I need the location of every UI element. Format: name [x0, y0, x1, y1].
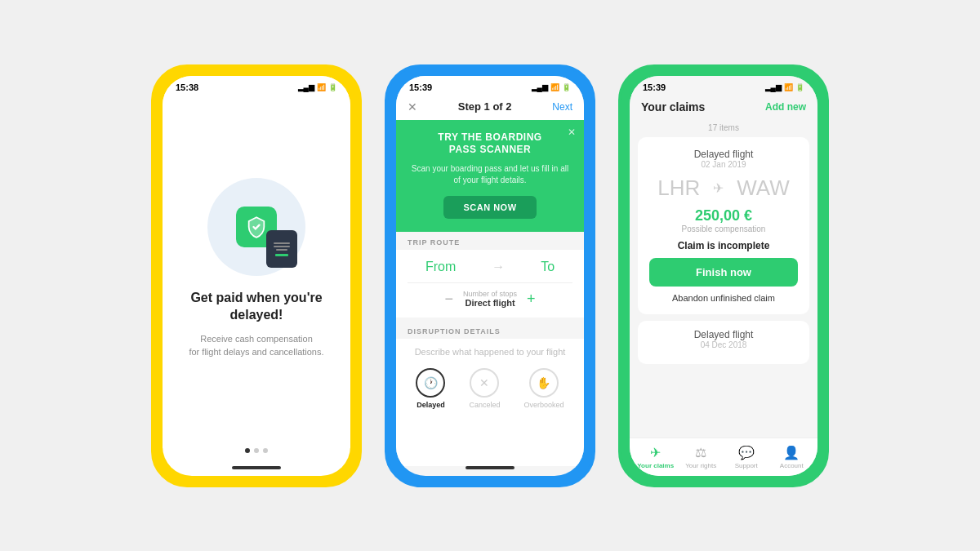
- support-label: Support: [735, 462, 758, 469]
- time-1: 15:38: [176, 82, 198, 92]
- account-label: Account: [780, 462, 804, 469]
- wifi-icon-2: 📶: [550, 83, 559, 91]
- airport-to: WAW: [737, 176, 790, 201]
- tab-overbooked[interactable]: ✋ Overbooked: [523, 368, 564, 409]
- claim-card-1: Delayed flight 02 Jan 2019 LHR ✈ WAW 250…: [638, 137, 809, 314]
- from-to-row: From → To: [408, 260, 572, 274]
- disruption-section: Describe what happened to your flight 🕐 …: [396, 339, 584, 466]
- your-claims-icon: ✈: [650, 445, 661, 460]
- phone1-content: ✦ ✦ ✦: [163, 96, 350, 448]
- claim-type-1: Delayed flight: [649, 149, 798, 160]
- phones-container: 15:38 ▂▄▆ 📶 🔋 ✦ ✦ ✦: [135, 48, 845, 504]
- device-line-3: [276, 249, 287, 251]
- stops-plus-button[interactable]: +: [527, 291, 536, 306]
- close-icon[interactable]: ✕: [408, 100, 417, 113]
- tab-canceled[interactable]: ✕ Canceled: [469, 368, 500, 409]
- disruption-label: DISRUPTION DETAILS: [396, 321, 584, 339]
- status-icons-1: ▂▄▆ 📶 🔋: [298, 83, 337, 91]
- wifi-icon: 📶: [317, 83, 326, 91]
- battery-icon-2: 🔋: [562, 83, 571, 91]
- battery-icon-3: 🔋: [795, 83, 804, 91]
- status-bar-1: 15:38 ▂▄▆ 📶 🔋: [163, 76, 350, 96]
- status-icons-3: ▂▄▆ 📶 🔋: [765, 83, 804, 91]
- claims-title: Your claims: [641, 100, 705, 113]
- claim-type-2: Delayed flight: [646, 329, 801, 340]
- device-line-2: [274, 246, 290, 247]
- scanner-title: TRY THE BOARDINGPASS SCANNER: [409, 131, 571, 157]
- tab-delayed[interactable]: 🕐 Delayed: [416, 368, 445, 409]
- canceled-icon: ✕: [470, 368, 499, 398]
- support-icon: 💬: [738, 445, 755, 460]
- claim-card-2: Delayed flight 04 Dec 2018: [638, 321, 809, 364]
- phone3-header: Your claims Add new: [630, 96, 817, 120]
- device-btn: [275, 254, 288, 256]
- claim-date-1: 02 Jan 2019: [649, 160, 798, 169]
- scanner-banner: ✕ TRY THE BOARDINGPASS SCANNER Scan your…: [396, 120, 584, 232]
- signal-icon: ▂▄▆: [298, 83, 314, 91]
- stops-label: Number of stops: [463, 290, 517, 298]
- phone1-title: Get paid when you're delayed!: [179, 290, 334, 324]
- your-rights-icon: ⚖: [695, 445, 706, 460]
- airport-from: LHR: [657, 176, 700, 201]
- add-new-button[interactable]: Add new: [765, 101, 806, 113]
- route-arrow-icon: →: [492, 260, 505, 274]
- phone-2-shell: 15:39 ▂▄▆ 📶 🔋 ✕ Step 1 of 2 Next ✕ TRY T…: [385, 64, 595, 487]
- delayed-label: Delayed: [416, 401, 445, 409]
- overbooked-icon: ✋: [529, 368, 559, 398]
- phone-3-screen: 15:39 ▂▄▆ 📶 🔋 Your claims Add new 17 ite…: [630, 76, 817, 476]
- battery-icon: 🔋: [328, 83, 337, 91]
- device-line-1: [274, 242, 290, 244]
- pagination-dot-2: [254, 448, 259, 453]
- route-row-1: LHR ✈ WAW: [649, 176, 798, 201]
- comp-label: Possible compensation: [649, 224, 798, 233]
- finish-now-button[interactable]: Finish now: [649, 258, 798, 287]
- illustration-circle: [207, 178, 305, 276]
- divider: [408, 282, 572, 283]
- phone2-header: ✕ Step 1 of 2 Next: [396, 96, 584, 120]
- to-input[interactable]: To: [541, 260, 555, 274]
- your-claims-label: Your claims: [637, 462, 674, 469]
- compensation-amount: 250,00 €: [649, 207, 798, 224]
- incomplete-label: Claim is incomplete: [649, 240, 798, 251]
- next-button[interactable]: Next: [552, 101, 572, 113]
- signal-icon-3: ▂▄▆: [765, 83, 782, 91]
- scan-now-button[interactable]: SCAN NOW: [443, 196, 536, 219]
- home-bar-1: [232, 466, 281, 469]
- delayed-icon: 🕐: [416, 368, 445, 398]
- route-arrow-icon-3: ✈: [713, 180, 724, 196]
- stops-row: − Number of stops Direct flight +: [408, 290, 572, 308]
- canceled-label: Canceled: [469, 401, 500, 409]
- bottom-nav: ✈ Your claims ⚖ Your rights 💬 Support 👤 …: [630, 438, 817, 476]
- overbooked-label: Overbooked: [523, 401, 564, 409]
- disruption-tabs: 🕐 Delayed ✕ Canceled ✋ Overbooked: [396, 365, 584, 417]
- step-title: Step 1 of 2: [458, 100, 512, 113]
- nav-your-claims[interactable]: ✈ Your claims: [633, 445, 679, 469]
- disruption-desc: Describe what happened to your flight: [396, 339, 584, 365]
- from-input[interactable]: From: [425, 260, 456, 274]
- time-2: 15:39: [409, 82, 432, 92]
- phone-2-screen: 15:39 ▂▄▆ 📶 🔋 ✕ Step 1 of 2 Next ✕ TRY T…: [396, 76, 584, 476]
- signal-icon-2: ▂▄▆: [532, 83, 548, 91]
- scanner-close-icon[interactable]: ✕: [568, 127, 576, 138]
- phone-1-shell: 15:38 ▂▄▆ 📶 🔋 ✦ ✦ ✦: [151, 64, 362, 487]
- pagination-dot-3: [263, 448, 268, 453]
- phone-device-icon: [266, 230, 297, 268]
- status-icons-2: ▂▄▆ 📶 🔋: [532, 83, 571, 91]
- pagination: [163, 448, 350, 466]
- status-bar-3: 15:39 ▂▄▆ 📶 🔋: [630, 76, 817, 96]
- nav-support[interactable]: 💬 Support: [724, 445, 769, 469]
- stops-info: Number of stops Direct flight: [463, 290, 517, 308]
- phone1-subtitle: Receive cash compensationfor flight dela…: [189, 332, 323, 359]
- nav-account[interactable]: 👤 Account: [769, 445, 815, 469]
- time-3: 15:39: [643, 82, 666, 92]
- your-rights-label: Your rights: [685, 462, 716, 469]
- abandon-link[interactable]: Abandon unfinished claim: [649, 293, 798, 303]
- stops-value: Direct flight: [463, 298, 517, 308]
- stops-minus-button[interactable]: −: [444, 291, 453, 306]
- home-bar-2: [466, 466, 514, 469]
- trip-route-label: TRIP ROUTE: [396, 232, 584, 250]
- pagination-dot-1: [245, 448, 250, 453]
- nav-your-rights[interactable]: ⚖ Your rights: [679, 445, 724, 469]
- claim-date-2: 04 Dec 2018: [646, 340, 801, 349]
- trip-route-section: From → To − Number of stops Direct fligh…: [396, 250, 584, 318]
